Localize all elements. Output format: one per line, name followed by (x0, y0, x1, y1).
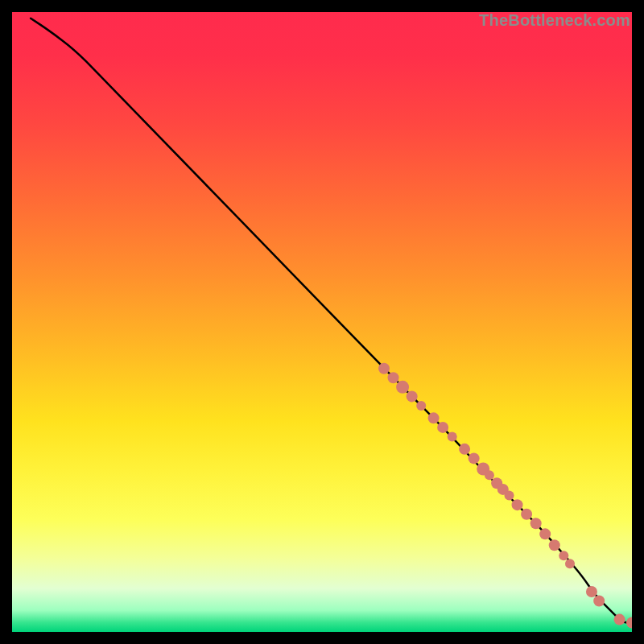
data-point (505, 491, 514, 501)
data-point (437, 422, 448, 433)
data-point (565, 559, 575, 568)
data-point (448, 431, 457, 441)
data-point (459, 444, 470, 455)
gradient-background (12, 12, 632, 632)
data-point (378, 363, 390, 374)
data-point (559, 551, 568, 560)
data-point (396, 381, 409, 394)
data-point (539, 528, 551, 539)
data-point (416, 401, 426, 411)
data-point (593, 596, 605, 607)
data-point (521, 509, 532, 520)
data-point (485, 470, 494, 480)
data-point (388, 372, 399, 383)
data-point (586, 586, 597, 597)
attribution-label: TheBottleneck.com (479, 11, 630, 30)
bottleneck-chart (12, 12, 632, 632)
data-point (512, 499, 523, 510)
data-point (530, 518, 542, 529)
data-point (549, 539, 560, 551)
chart-frame: TheBottleneck.com (12, 12, 632, 632)
data-point (407, 390, 418, 402)
data-point (614, 614, 625, 625)
data-point (469, 452, 480, 464)
data-point (428, 412, 440, 423)
